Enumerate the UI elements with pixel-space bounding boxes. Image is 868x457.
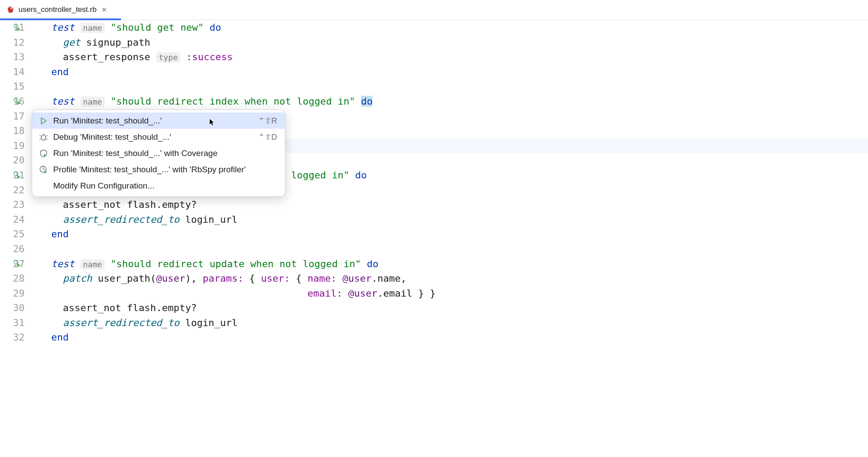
blank-icon [38, 181, 49, 191]
gutter-line-number: 18 [0, 123, 25, 138]
gutter: 1112131415161718192021222324252627282930… [0, 20, 40, 457]
run-icon [38, 116, 49, 126]
code-line[interactable]: patch user_path(@user), params: { user: … [40, 271, 868, 286]
run-test-gutter-icon[interactable] [13, 259, 22, 268]
profile-icon [38, 164, 49, 175]
code-line[interactable]: test name "should redirect update when n… [40, 257, 868, 272]
menu-item-run[interactable]: Run 'Minitest: test_should_...'⌃⇧R [32, 112, 285, 129]
code-line[interactable]: end [40, 227, 868, 242]
editor-tab-bar: users_controller_test.rb [0, 0, 868, 20]
tab-filename: users_controller_test.rb [18, 5, 97, 14]
menu-item-label: Run 'Minitest: test_should_...' with Cov… [53, 149, 277, 158]
code-line[interactable]: assert_not flash.empty? [40, 197, 868, 212]
code-line[interactable]: assert_response type :success [40, 50, 868, 65]
code-line[interactable]: get signup_path [40, 35, 868, 50]
menu-item-shortcut: ⌃⇧D [258, 132, 277, 142]
code-editor[interactable]: 1112131415161718192021222324252627282930… [0, 20, 868, 457]
gutter-line-number: 13 [0, 50, 25, 65]
gutter-line-number: 19 [0, 138, 25, 153]
gutter-line-number: 16 [0, 94, 25, 109]
menu-item-label: Debug 'Minitest: test_should_...' [53, 132, 258, 142]
gutter-line-number: 26 [0, 242, 25, 257]
gutter-line-number: 21 [0, 168, 25, 183]
gutter-line-number: 14 [0, 65, 25, 80]
code-line[interactable]: email: @user.email } } [40, 286, 868, 301]
code-line[interactable]: assert_redirected_to login_url [40, 212, 868, 227]
gutter-line-number: 15 [0, 79, 25, 94]
menu-item-label: Modify Run Configuration... [53, 181, 277, 191]
code-line[interactable]: end [40, 65, 868, 80]
code-line[interactable]: test name "should redirect index when no… [40, 94, 868, 109]
svg-point-4 [41, 135, 46, 140]
code-line[interactable] [40, 79, 868, 94]
svg-line-8 [40, 139, 41, 140]
code-line[interactable]: assert_redirected_to login_url [40, 316, 868, 330]
menu-item-modify[interactable]: Modify Run Configuration... [32, 178, 285, 194]
menu-item-debug[interactable]: Debug 'Minitest: test_should_...'⌃⇧D [32, 129, 285, 145]
gutter-line-number: 25 [0, 227, 25, 242]
close-icon[interactable] [100, 6, 108, 14]
editor-tab[interactable]: users_controller_test.rb [3, 0, 113, 20]
debug-icon [38, 132, 49, 142]
code-area[interactable]: test name "should get new" do get signup… [40, 20, 868, 457]
code-line[interactable]: assert_not flash.empty? [40, 301, 868, 316]
gutter-line-number: 11 [0, 20, 25, 35]
gutter-line-number: 23 [0, 197, 25, 212]
gutter-line-number: 17 [0, 109, 25, 124]
gutter-line-number: 30 [0, 301, 25, 316]
gutter-line-number: 27 [0, 257, 25, 272]
svg-line-9 [46, 139, 47, 140]
gutter-line-number: 28 [0, 271, 25, 286]
mouse-cursor-icon [209, 119, 217, 127]
gutter-line-number: 12 [0, 35, 25, 50]
menu-item-label: Run 'Minitest: test_should_...' [53, 116, 258, 126]
svg-line-6 [40, 135, 41, 136]
menu-item-shortcut: ⌃⇧R [258, 116, 277, 126]
run-test-gutter-icon[interactable] [13, 171, 22, 180]
gutter-line-number: 22 [0, 183, 25, 198]
ruby-file-icon [6, 5, 15, 14]
svg-line-7 [46, 135, 47, 136]
code-line[interactable] [40, 242, 868, 257]
code-line[interactable]: test name "should get new" do [40, 20, 868, 35]
menu-item-profile[interactable]: Profile 'Minitest: test_should_...' with… [32, 161, 285, 178]
gutter-line-number: 31 [0, 316, 25, 330]
gutter-line-number: 32 [0, 330, 25, 345]
run-test-gutter-icon[interactable] [13, 97, 22, 106]
gutter-line-number: 29 [0, 286, 25, 301]
menu-item-coverage[interactable]: Run 'Minitest: test_should_...' with Cov… [32, 145, 285, 161]
gutter-line-number: 24 [0, 212, 25, 227]
menu-item-label: Profile 'Minitest: test_should_...' with… [53, 165, 277, 174]
code-line[interactable]: end [40, 330, 868, 345]
coverage-icon [38, 148, 49, 159]
run-test-gutter-icon[interactable] [13, 23, 22, 32]
gutter-line-number: 20 [0, 153, 25, 168]
run-context-menu: Run 'Minitest: test_should_...'⌃⇧RDebug … [32, 109, 285, 197]
